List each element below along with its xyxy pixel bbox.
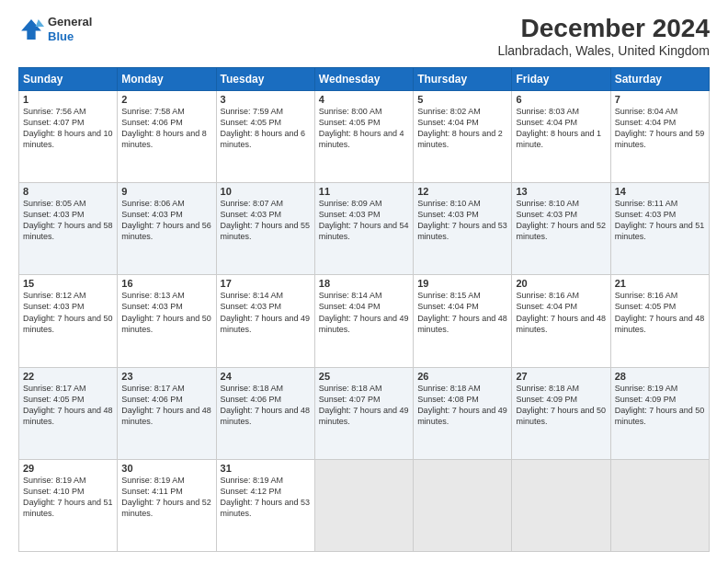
day-info: Sunrise: 8:16 AMSunset: 4:05 PMDaylight:… (615, 290, 705, 335)
day-number: 2 (121, 94, 211, 105)
table-row: 24 Sunrise: 8:18 AMSunset: 4:06 PMDaylig… (216, 367, 314, 459)
day-number: 8 (23, 186, 113, 197)
day-info: Sunrise: 8:19 AMSunset: 4:10 PMDaylight:… (23, 475, 113, 520)
day-number: 1 (23, 94, 113, 105)
table-row: 26 Sunrise: 8:18 AMSunset: 4:08 PMDaylig… (414, 367, 512, 459)
table-row: 8 Sunrise: 8:05 AMSunset: 4:03 PMDayligh… (19, 183, 118, 275)
header: General Blue December 2024 Llanbradach, … (18, 15, 710, 58)
day-number: 23 (121, 371, 211, 382)
table-row (610, 459, 709, 551)
month-year: December 2024 (497, 15, 710, 43)
day-info: Sunrise: 8:00 AMSunset: 4:05 PMDaylight:… (319, 106, 409, 151)
day-number: 13 (516, 186, 606, 197)
day-info: Sunrise: 8:17 AMSunset: 4:06 PMDaylight:… (121, 383, 211, 428)
day-number: 15 (23, 278, 113, 289)
table-row: 9 Sunrise: 8:06 AMSunset: 4:03 PMDayligh… (118, 183, 216, 275)
table-row (512, 459, 610, 551)
day-info: Sunrise: 8:02 AMSunset: 4:04 PMDaylight:… (417, 106, 507, 151)
day-info: Sunrise: 7:59 AMSunset: 4:05 PMDaylight:… (221, 106, 311, 151)
table-row: 1 Sunrise: 7:56 AMSunset: 4:07 PMDayligh… (19, 90, 118, 182)
table-row: 21 Sunrise: 8:16 AMSunset: 4:05 PMDaylig… (610, 275, 709, 367)
col-friday: Friday (512, 67, 610, 90)
table-row: 5 Sunrise: 8:02 AMSunset: 4:04 PMDayligh… (414, 90, 512, 182)
calendar-week-row: 29 Sunrise: 8:19 AMSunset: 4:10 PMDaylig… (19, 459, 710, 551)
table-row: 6 Sunrise: 8:03 AMSunset: 4:04 PMDayligh… (512, 90, 610, 182)
title-block: December 2024 Llanbradach, Wales, United… (497, 15, 710, 58)
table-row: 19 Sunrise: 8:15 AMSunset: 4:04 PMDaylig… (414, 275, 512, 367)
day-number: 11 (319, 186, 409, 197)
table-row: 12 Sunrise: 8:10 AMSunset: 4:03 PMDaylig… (414, 183, 512, 275)
table-row: 22 Sunrise: 8:17 AMSunset: 4:05 PMDaylig… (19, 367, 118, 459)
table-row: 14 Sunrise: 8:11 AMSunset: 4:03 PMDaylig… (610, 183, 709, 275)
logo-text: General Blue (48, 15, 92, 43)
logo-general: General (48, 15, 92, 29)
day-info: Sunrise: 8:03 AMSunset: 4:04 PMDaylight:… (516, 106, 606, 151)
col-sunday: Sunday (19, 67, 118, 90)
table-row: 27 Sunrise: 8:18 AMSunset: 4:09 PMDaylig… (512, 367, 610, 459)
day-number: 24 (221, 371, 311, 382)
col-tuesday: Tuesday (216, 67, 314, 90)
day-number: 7 (615, 94, 705, 105)
table-row (414, 459, 512, 551)
calendar-week-row: 8 Sunrise: 8:05 AMSunset: 4:03 PMDayligh… (19, 183, 710, 275)
day-info: Sunrise: 8:18 AMSunset: 4:08 PMDaylight:… (417, 383, 507, 428)
day-info: Sunrise: 8:13 AMSunset: 4:03 PMDaylight:… (121, 290, 211, 335)
table-row: 25 Sunrise: 8:18 AMSunset: 4:07 PMDaylig… (314, 367, 413, 459)
day-number: 20 (516, 278, 606, 289)
day-info: Sunrise: 8:12 AMSunset: 4:03 PMDaylight:… (23, 290, 113, 335)
day-number: 28 (615, 371, 705, 382)
day-info: Sunrise: 8:11 AMSunset: 4:03 PMDaylight:… (615, 198, 705, 243)
day-info: Sunrise: 8:07 AMSunset: 4:03 PMDaylight:… (221, 198, 311, 243)
day-number: 30 (121, 463, 211, 474)
day-info: Sunrise: 7:56 AMSunset: 4:07 PMDaylight:… (23, 106, 113, 151)
table-row: 18 Sunrise: 8:14 AMSunset: 4:04 PMDaylig… (314, 275, 413, 367)
table-row: 29 Sunrise: 8:19 AMSunset: 4:10 PMDaylig… (19, 459, 118, 551)
table-row: 30 Sunrise: 8:19 AMSunset: 4:11 PMDaylig… (118, 459, 216, 551)
day-number: 21 (615, 278, 705, 289)
day-number: 26 (417, 371, 507, 382)
col-monday: Monday (118, 67, 216, 90)
day-number: 5 (417, 94, 507, 105)
calendar-table: Sunday Monday Tuesday Wednesday Thursday… (18, 67, 710, 552)
col-thursday: Thursday (414, 67, 512, 90)
day-info: Sunrise: 8:19 AMSunset: 4:09 PMDaylight:… (615, 383, 705, 428)
table-row: 15 Sunrise: 8:12 AMSunset: 4:03 PMDaylig… (19, 275, 118, 367)
calendar-header-row: Sunday Monday Tuesday Wednesday Thursday… (19, 67, 710, 90)
calendar-week-row: 15 Sunrise: 8:12 AMSunset: 4:03 PMDaylig… (19, 275, 710, 367)
table-row: 4 Sunrise: 8:00 AMSunset: 4:05 PMDayligh… (314, 90, 413, 182)
table-row: 28 Sunrise: 8:19 AMSunset: 4:09 PMDaylig… (610, 367, 709, 459)
svg-marker-1 (36, 19, 44, 27)
day-info: Sunrise: 8:18 AMSunset: 4:06 PMDaylight:… (221, 383, 311, 428)
table-row: 3 Sunrise: 7:59 AMSunset: 4:05 PMDayligh… (216, 90, 314, 182)
day-number: 3 (221, 94, 311, 105)
day-info: Sunrise: 8:10 AMSunset: 4:03 PMDaylight:… (417, 198, 507, 243)
day-info: Sunrise: 7:58 AMSunset: 4:06 PMDaylight:… (121, 106, 211, 151)
day-number: 17 (221, 278, 311, 289)
location: Llanbradach, Wales, United Kingdom (497, 43, 710, 58)
table-row: 13 Sunrise: 8:10 AMSunset: 4:03 PMDaylig… (512, 183, 610, 275)
day-number: 6 (516, 94, 606, 105)
day-info: Sunrise: 8:17 AMSunset: 4:05 PMDaylight:… (23, 383, 113, 428)
day-info: Sunrise: 8:16 AMSunset: 4:04 PMDaylight:… (516, 290, 606, 335)
day-info: Sunrise: 8:18 AMSunset: 4:09 PMDaylight:… (516, 383, 606, 428)
col-wednesday: Wednesday (314, 67, 413, 90)
table-row: 7 Sunrise: 8:04 AMSunset: 4:04 PMDayligh… (610, 90, 709, 182)
day-number: 18 (319, 278, 409, 289)
day-number: 27 (516, 371, 606, 382)
table-row (314, 459, 413, 551)
calendar-week-row: 1 Sunrise: 7:56 AMSunset: 4:07 PMDayligh… (19, 90, 710, 182)
logo-blue: Blue (48, 29, 92, 44)
table-row: 17 Sunrise: 8:14 AMSunset: 4:03 PMDaylig… (216, 275, 314, 367)
day-info: Sunrise: 8:19 AMSunset: 4:11 PMDaylight:… (121, 475, 211, 520)
day-number: 25 (319, 371, 409, 382)
day-info: Sunrise: 8:14 AMSunset: 4:03 PMDaylight:… (221, 290, 311, 335)
day-info: Sunrise: 8:10 AMSunset: 4:03 PMDaylight:… (516, 198, 606, 243)
day-info: Sunrise: 8:18 AMSunset: 4:07 PMDaylight:… (319, 383, 409, 428)
table-row: 16 Sunrise: 8:13 AMSunset: 4:03 PMDaylig… (118, 275, 216, 367)
calendar-week-row: 22 Sunrise: 8:17 AMSunset: 4:05 PMDaylig… (19, 367, 710, 459)
day-number: 29 (23, 463, 113, 474)
table-row: 20 Sunrise: 8:16 AMSunset: 4:04 PMDaylig… (512, 275, 610, 367)
page: General Blue December 2024 Llanbradach, … (0, 0, 728, 563)
table-row: 31 Sunrise: 8:19 AMSunset: 4:12 PMDaylig… (216, 459, 314, 551)
day-info: Sunrise: 8:14 AMSunset: 4:04 PMDaylight:… (319, 290, 409, 335)
